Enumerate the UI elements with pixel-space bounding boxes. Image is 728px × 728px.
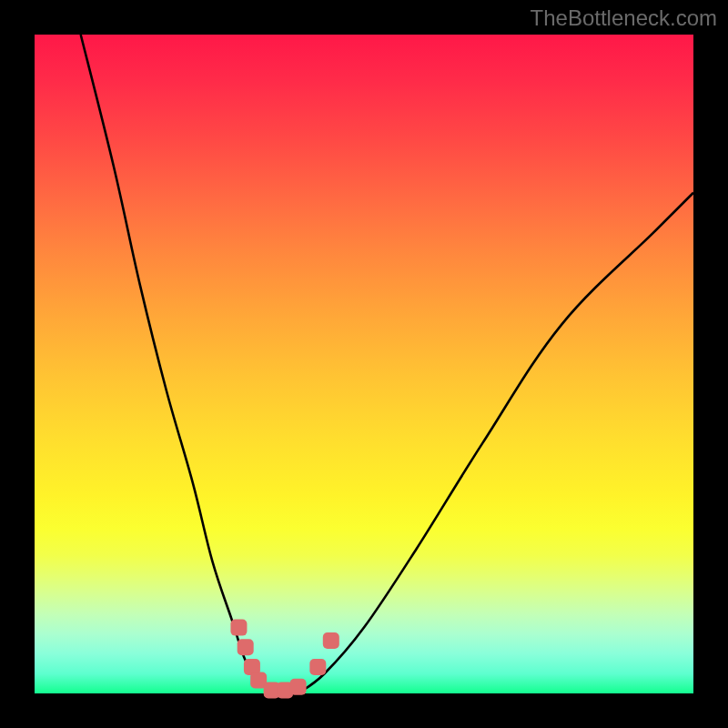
marker-point — [238, 639, 254, 655]
chart-svg — [35, 35, 693, 693]
marker-group — [230, 620, 339, 699]
marker-point — [309, 659, 326, 675]
left-curve-line — [81, 35, 272, 693]
marker-point — [290, 679, 307, 695]
watermark-text: TheBottleneck.com — [531, 5, 717, 31]
right-curve-line — [298, 193, 693, 693]
marker-point — [230, 620, 247, 636]
chart-plot-area — [35, 35, 693, 693]
marker-point — [323, 632, 339, 649]
